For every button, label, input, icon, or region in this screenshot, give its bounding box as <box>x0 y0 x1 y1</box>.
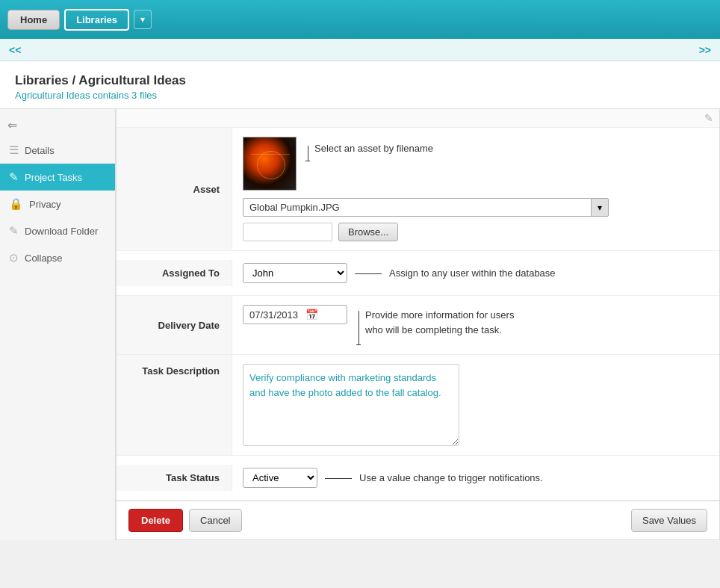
home-button[interactable]: Home <box>7 10 60 30</box>
navigation-arrows-bar: << >> <box>0 39 720 61</box>
sidebar-item-collapse-label: Collapse <box>25 253 63 264</box>
forward-arrow[interactable]: >> <box>699 44 711 56</box>
cancel-button[interactable]: Cancel <box>189 509 241 532</box>
task-status-content: Active Pending Completed Cancelled Use a… <box>232 459 719 497</box>
asset-row: Asset Select an asset b <box>117 128 719 251</box>
filename-dropdown: ▾ <box>243 198 609 217</box>
sidebar-item-download-folder[interactable]: ✎ Download Folder <box>0 217 115 244</box>
libraries-dropdown-button[interactable]: ▾ <box>134 10 152 29</box>
panel-edit-icon[interactable]: ✎ <box>704 112 713 124</box>
task-status-label: Task Status <box>117 465 232 491</box>
breadcrumb-section: Libraries / Agricultural Ideas Agricultu… <box>0 61 720 109</box>
task-description-label: Task Description <box>117 355 232 455</box>
bottom-left-actions: Delete Cancel <box>128 509 242 532</box>
collapse-icon: ⊙ <box>9 251 19 264</box>
breadcrumb-subtitle: Agricultural Ideas contains 3 files <box>15 90 705 101</box>
save-button[interactable]: Save Values <box>631 509 707 532</box>
top-navigation: Home Libraries ▾ <box>0 0 720 39</box>
back-arrow[interactable]: << <box>9 44 21 56</box>
sidebar-item-privacy[interactable]: 🔒 Privacy <box>0 191 115 217</box>
sidebar-item-project-tasks-label: Project Tasks <box>25 172 82 183</box>
filename-input[interactable] <box>243 198 591 217</box>
sidebar-item-privacy-label: Privacy <box>29 199 61 210</box>
date-value: 07/31/2013 <box>249 309 298 321</box>
sidebar-item-details[interactable]: ☰ Details <box>0 137 115 164</box>
libraries-button[interactable]: Libraries <box>64 9 129 31</box>
status-hint-line <box>325 478 352 479</box>
privacy-icon: 🔒 <box>9 197 23 211</box>
task-status-hint: Use a value change to trigger notificati… <box>359 472 543 483</box>
sidebar-item-download-folder-label: Download Folder <box>25 226 98 237</box>
delivery-date-hint: Provide more information for users who w… <box>365 306 515 337</box>
filename-dropdown-btn[interactable]: ▾ <box>591 198 609 217</box>
delete-button[interactable]: Delete <box>128 509 183 532</box>
browse-row: Browse... <box>243 223 709 241</box>
sidebar-item-collapse[interactable]: ⊙ Collapse <box>0 244 115 271</box>
task-status-row: Task Status Active Pending Completed Can… <box>117 456 719 501</box>
sidebar-item-project-tasks[interactable]: ✎ Project Tasks <box>0 164 115 191</box>
hint-line <box>355 273 382 274</box>
sidebar: ⇐ ☰ Details ✎ Project Tasks 🔒 Privacy ✎ … <box>0 109 116 540</box>
assigned-to-row: Assigned To John Assign to any user with… <box>117 251 719 296</box>
content-panel: ✎ Asset <box>116 109 720 540</box>
asset-content: Select an asset by filename ▾ Browse... <box>232 128 719 250</box>
project-tasks-icon: ✎ <box>9 170 19 184</box>
main-area: ⇐ ☰ Details ✎ Project Tasks 🔒 Privacy ✎ … <box>0 109 720 540</box>
assigned-to-label: Assigned To <box>117 260 232 286</box>
task-status-select[interactable]: Active Pending Completed Cancelled <box>243 468 317 488</box>
asset-thumbnail <box>243 137 297 191</box>
delivery-date-label: Delivery Date <box>117 296 232 354</box>
breadcrumb-path: Libraries / Agricultural Ideas <box>15 73 705 88</box>
delivery-date-row: Delivery Date 07/31/2013 📅 Provide <box>117 296 719 355</box>
download-folder-icon: ✎ <box>9 224 19 238</box>
details-icon: ☰ <box>9 143 19 157</box>
assigned-to-hint: Assign to any user within the database <box>389 267 556 279</box>
pin-icon[interactable]: ⇐ <box>0 114 115 137</box>
calendar-icon[interactable]: 📅 <box>305 309 318 321</box>
bottom-action-bar: Delete Cancel Save Values <box>117 501 719 539</box>
task-description-content: Verify compliance with marketing standar… <box>232 355 719 455</box>
panel-header: ✎ <box>117 109 719 128</box>
task-description-textarea[interactable]: Verify compliance with marketing standar… <box>243 364 459 446</box>
file-path-input[interactable] <box>243 223 332 241</box>
delivery-date-content: 07/31/2013 📅 Provide more information fo… <box>232 296 719 354</box>
asset-label: Asset <box>117 128 232 250</box>
sidebar-item-details-label: Details <box>25 145 55 156</box>
form-section: Asset Select an asset b <box>117 128 719 501</box>
task-description-row: Task Description Verify compliance with … <box>117 355 719 456</box>
assigned-to-select[interactable]: John <box>243 263 347 283</box>
browse-button[interactable]: Browse... <box>338 223 398 241</box>
asset-hint-text: Select an asset by filename <box>314 140 433 154</box>
assigned-to-content: John Assign to any user within the datab… <box>232 254 719 292</box>
date-field: 07/31/2013 📅 <box>243 305 347 324</box>
